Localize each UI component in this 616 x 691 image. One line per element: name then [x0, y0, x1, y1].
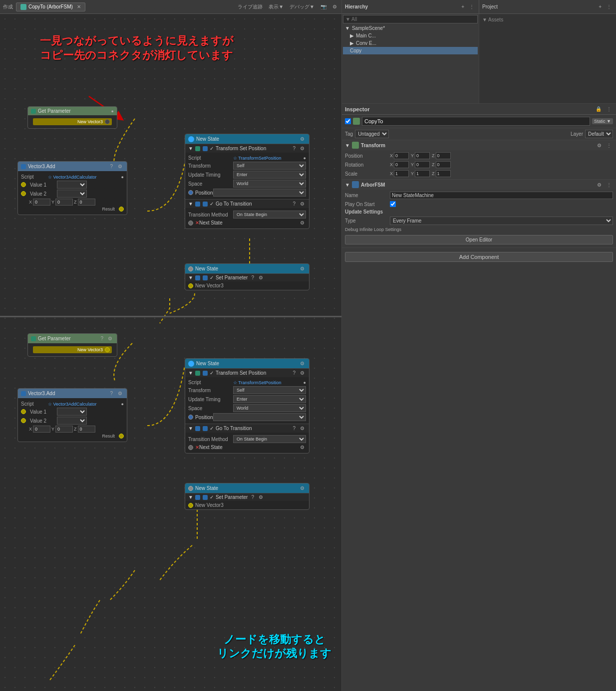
space-select-top[interactable]: World	[233, 180, 306, 188]
transform-dots-btn[interactable]: ⋮	[605, 142, 613, 149]
hierarchy-add-btn[interactable]: +	[460, 3, 466, 10]
close-icon[interactable]: ✕	[77, 4, 81, 9]
tsp-help-bottom[interactable]: ?	[291, 370, 297, 376]
transition-method-select-top[interactable]: On State Begin	[233, 211, 306, 219]
sp-help-top[interactable]: ?	[250, 274, 256, 281]
v2-select-top[interactable]	[57, 190, 87, 198]
param-connector-top: ●	[111, 109, 114, 114]
next-state-gear-bottom[interactable]: ⚙	[299, 444, 306, 451]
camera-btn[interactable]: 📷	[319, 3, 328, 11]
new-state-node-top[interactable]: New State ⚙ ▼ ✓ Transform Set Position ?	[185, 134, 309, 229]
sm-gear-bottom[interactable]: ⚙	[299, 485, 306, 491]
fsm-name-input[interactable]	[390, 192, 613, 199]
fsm-canvas[interactable]: 一見つながっているように見えますが コピー先のコネクタが消灯しています Get …	[0, 14, 341, 691]
live-trace-btn[interactable]: ライブ追跡	[236, 3, 264, 11]
xyz-y-bottom[interactable]	[55, 426, 73, 433]
play-on-start-checkbox[interactable]	[390, 201, 396, 207]
state-gear-bottom[interactable]: ⚙	[299, 360, 306, 367]
xyz-x-bottom[interactable]	[33, 426, 50, 433]
hierarchy-menu-btn[interactable]: ⋮	[468, 3, 476, 10]
xyz-x-top[interactable]	[33, 199, 50, 206]
display-btn[interactable]: 表示▼	[267, 3, 285, 11]
v1-select-top[interactable]	[57, 181, 87, 189]
settings-btn[interactable]: ⚙	[331, 3, 338, 11]
hierarchy-item-copy[interactable]: Copy	[343, 47, 478, 54]
v3-gear-bottom[interactable]: ⚙	[116, 390, 124, 397]
tsp-gear-top[interactable]: ⚙	[299, 145, 306, 152]
inspector-menu-btn[interactable]: ⋮	[605, 106, 613, 112]
project-menu-btn[interactable]: ⋮	[605, 3, 613, 10]
static-badge[interactable]: Static ▼	[592, 118, 613, 124]
gp-gear-bottom[interactable]: ⚙	[106, 335, 114, 342]
debug-btn[interactable]: デバッグ▼	[288, 3, 316, 11]
pos-y-input[interactable]	[415, 152, 430, 159]
v2-select-bottom[interactable]	[57, 417, 87, 425]
sp-help-bottom[interactable]: ?	[250, 494, 256, 500]
vector3-help-top[interactable]: ?	[108, 163, 114, 170]
transition-method-select-bottom[interactable]: On State Begin	[233, 435, 306, 443]
pos-select-bottom[interactable]	[213, 413, 306, 421]
rot-x-input[interactable]	[394, 161, 409, 168]
arborfsm-header[interactable]: ▼ ArborFSM ⚙ ⋮	[342, 180, 616, 190]
hierarchy-item-scene[interactable]: ▼ SampleScene*	[343, 24, 478, 32]
vector3-node-top[interactable]: Vector3.Add ? ⚙ Script ☆ Vector3AddCalcu…	[17, 161, 127, 215]
gp-help-bottom[interactable]: ?	[99, 335, 105, 342]
pos-x-input[interactable]	[394, 152, 409, 159]
transform-options-btn[interactable]: ⚙	[596, 142, 603, 149]
xyz-z-top[interactable]	[78, 199, 95, 206]
goto-help-top[interactable]: ?	[291, 201, 297, 207]
layer-dropdown[interactable]: Default	[585, 130, 613, 138]
v1-select-bottom[interactable]	[57, 408, 87, 416]
sp-gear-bottom[interactable]: ⚙	[257, 494, 265, 500]
vector3-gear-top[interactable]: ⚙	[116, 163, 124, 170]
pos-select-top[interactable]	[213, 189, 306, 197]
hierarchy-search[interactable]	[343, 15, 478, 23]
type-select[interactable]: Every Frame	[390, 217, 613, 225]
arborfsm-opts-btn[interactable]: ⚙	[596, 182, 603, 188]
get-param-node-bottom[interactable]: Get Parameter ? ⚙ New Vector3	[27, 333, 117, 357]
timing-select-bottom[interactable]: Enter	[233, 395, 306, 403]
goto-gear-bottom[interactable]: ⚙	[299, 425, 306, 432]
rot-z-input[interactable]	[436, 161, 451, 168]
v3-help-bottom[interactable]: ?	[108, 390, 114, 397]
scale-y-input[interactable]	[415, 170, 430, 177]
hierarchy-tab-label[interactable]: Hierarchy	[345, 4, 368, 9]
rot-y-input[interactable]	[415, 161, 430, 168]
object-active-checkbox[interactable]	[345, 118, 351, 124]
vector3-node-bottom[interactable]: Vector3.Add ? ⚙ Script ☆ Vector3AddCalcu…	[17, 388, 127, 442]
hierarchy-item-conv[interactable]: ▶ Conv E...	[343, 39, 478, 47]
goto-help-bottom[interactable]: ?	[291, 425, 297, 432]
vector3-label-top: Vector3.Add	[28, 164, 55, 169]
get-param-node-top[interactable]: Get Parameter ● New Vector3	[27, 106, 117, 129]
scale-z-input[interactable]	[436, 170, 451, 177]
inspector-lock-btn[interactable]: 🔒	[594, 106, 603, 112]
transform-header[interactable]: ▼ Transform ⚙ ⋮	[342, 140, 616, 150]
xyz-z-bottom[interactable]	[78, 426, 95, 433]
project-add-btn[interactable]: +	[597, 3, 603, 10]
arborfsm-dots-btn[interactable]: ⋮	[605, 182, 613, 188]
goto-gear-top[interactable]: ⚙	[299, 201, 306, 207]
sm-gear-top[interactable]: ⚙	[299, 265, 306, 272]
scale-x-input[interactable]	[394, 170, 409, 177]
xyz-y-top[interactable]	[55, 199, 73, 206]
space-select-bottom[interactable]: World	[233, 404, 306, 412]
timing-select-top[interactable]: Enter	[233, 171, 306, 179]
pos-z-input[interactable]	[436, 152, 451, 159]
hierarchy-item-main[interactable]: ▶ Main C...	[343, 32, 478, 39]
next-state-gear-top[interactable]: ⚙	[299, 220, 306, 226]
object-name-input[interactable]	[362, 117, 590, 126]
tsp-help-top[interactable]: ?	[291, 145, 297, 152]
project-tab-label[interactable]: Project	[482, 4, 498, 9]
new-state-small-top[interactable]: New State ⚙ ▼ ✓ Set Parameter ? ⚙	[185, 263, 309, 290]
sp-gear-top[interactable]: ⚙	[257, 274, 265, 281]
new-state-small-bottom[interactable]: New State ⚙ ▼ ✓ Set Parameter ? ⚙	[185, 483, 309, 510]
open-editor-button[interactable]: Open Editor	[345, 235, 613, 244]
tag-dropdown[interactable]: Untagged	[355, 130, 389, 138]
tsp-gear-bottom[interactable]: ⚙	[299, 370, 306, 376]
fsm-tab[interactable]: CopyTo (ArborFSM) ✕	[16, 2, 85, 11]
new-state-node-bottom[interactable]: New State ⚙ ▼ ✓ Transform Set Position ?	[185, 358, 309, 454]
transform-select-top[interactable]: Self	[233, 162, 306, 170]
transform-select-bottom[interactable]: Self	[233, 386, 306, 394]
add-component-button[interactable]: Add Component	[345, 252, 613, 262]
state-gear-top[interactable]: ⚙	[299, 136, 306, 142]
